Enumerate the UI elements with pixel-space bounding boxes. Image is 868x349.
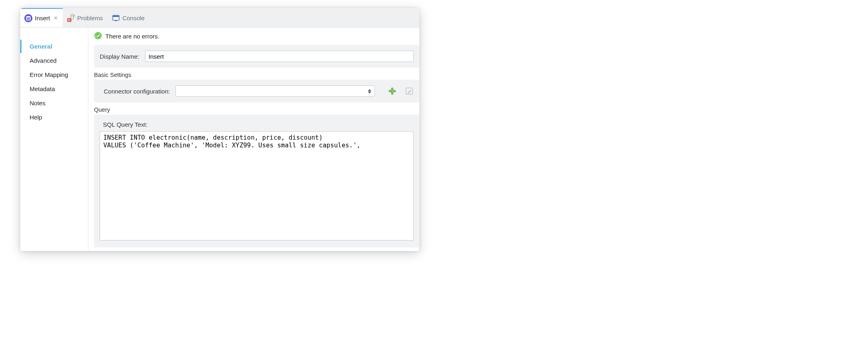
svg-point-0: [24, 14, 32, 22]
svg-rect-3: [68, 19, 69, 20]
sidebar-item-label: Metadata: [30, 85, 55, 92]
success-icon: [94, 32, 102, 41]
editor-window: Insert ✕ Problems: [20, 8, 419, 251]
add-config-button[interactable]: [388, 87, 397, 96]
tab-console[interactable]: Console: [108, 8, 150, 27]
tab-label: Problems: [77, 15, 103, 21]
sidebar-item-notes[interactable]: Notes: [20, 96, 88, 110]
edit-config-button[interactable]: [405, 87, 414, 96]
console-icon: [112, 14, 120, 22]
sql-query-textarea[interactable]: [100, 131, 414, 240]
db-icon: [24, 14, 32, 22]
tab-problems[interactable]: Problems: [63, 8, 108, 27]
svg-rect-6: [69, 20, 70, 21]
sidebar-item-label: Advanced: [30, 57, 57, 64]
chevron-updown-icon: [368, 89, 371, 94]
content-area: General Advanced Error Mapping Metadata …: [20, 28, 419, 251]
svg-rect-19: [389, 91, 395, 92]
basic-settings-panel: Connector configuration:: [94, 80, 419, 102]
svg-rect-11: [113, 15, 119, 17]
sidebar-item-label: Error Mapping: [30, 71, 68, 78]
connector-config-label: Connector configuration:: [100, 88, 170, 95]
main-panel: There are no errors. Display Name: Basic…: [88, 28, 419, 251]
problems-icon: [67, 14, 75, 22]
sidebar-item-general[interactable]: General: [20, 40, 88, 53]
tab-label: Console: [122, 15, 145, 21]
settings-sidebar: General Advanced Error Mapping Metadata …: [20, 28, 88, 251]
status-message: There are no errors.: [105, 33, 159, 40]
display-name-label: Display Name:: [100, 53, 139, 60]
close-icon[interactable]: ✕: [53, 15, 58, 21]
display-name-input[interactable]: [145, 51, 414, 62]
query-title: Query: [94, 106, 419, 113]
svg-rect-12: [115, 20, 117, 21]
sidebar-item-label: Notes: [30, 100, 45, 106]
sidebar-item-label: Help: [30, 114, 42, 121]
connector-config-select[interactable]: [175, 85, 375, 97]
tab-insert[interactable]: Insert ✕: [20, 8, 63, 27]
sidebar-item-advanced[interactable]: Advanced: [20, 54, 88, 67]
sidebar-item-error-mapping[interactable]: Error Mapping: [20, 68, 88, 81]
svg-point-1: [26, 16, 30, 17]
sidebar-item-metadata[interactable]: Metadata: [20, 82, 88, 96]
svg-rect-4: [69, 19, 70, 20]
basic-settings-title: Basic Settings: [94, 72, 419, 78]
sql-query-label: SQL Query Text:: [100, 119, 414, 131]
tab-bar: Insert ✕ Problems: [20, 8, 419, 28]
sidebar-item-help[interactable]: Help: [20, 111, 88, 124]
tab-label: Insert: [35, 15, 50, 21]
status-row: There are no errors.: [88, 28, 419, 45]
display-name-panel: Display Name:: [94, 45, 419, 68]
svg-rect-5: [68, 20, 69, 21]
query-panel: SQL Query Text:: [94, 115, 419, 247]
sidebar-item-label: General: [30, 43, 52, 50]
